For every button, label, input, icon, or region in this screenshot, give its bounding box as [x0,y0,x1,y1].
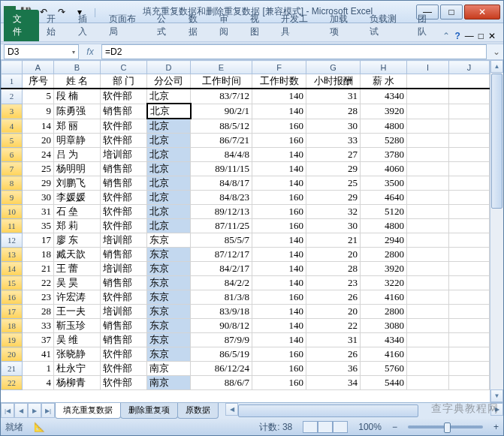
cell[interactable]: 部 门 [101,74,147,89]
cell[interactable]: 北京 [147,219,191,233]
cell[interactable]: 北京 [147,89,191,104]
sheet-tab[interactable]: 原数据 [177,403,219,419]
tab-insert[interactable]: 插入 [72,10,101,41]
cell[interactable]: 销售部 [101,333,147,347]
cell[interactable]: 9 [23,104,54,119]
zoom-level[interactable]: 100% [358,422,382,432]
cell[interactable]: 32 [306,205,361,219]
file-tab[interactable]: 文件 [4,10,39,41]
cell[interactable]: 北京 [147,162,191,176]
sheet-nav-first-icon[interactable]: |◀ [1,403,14,418]
tab-view[interactable]: 视图 [244,10,273,41]
sheet-nav-last-icon[interactable]: ▶| [41,403,55,418]
cell[interactable]: 85/5/7 [191,233,252,248]
row-header[interactable]: 3 [2,104,23,119]
tab-review[interactable]: 审阅 [213,10,243,41]
row-header[interactable]: 20 [2,347,23,362]
expand-formula-icon[interactable]: ⌄ [490,47,503,57]
cell[interactable]: 21 [306,233,361,248]
cell[interactable]: 140 [252,162,306,176]
cell[interactable]: 北京 [147,134,191,148]
cell[interactable]: 160 [252,191,306,205]
cell[interactable] [449,319,490,333]
cell[interactable]: 培训部 [101,262,147,276]
cell[interactable] [407,233,449,248]
row-header[interactable]: 18 [2,319,23,333]
tab-team[interactable]: 团队 [412,10,441,41]
cell[interactable]: 30 [306,219,361,233]
tab-formulas[interactable]: 公式 [151,10,180,41]
cell[interactable]: 5440 [361,376,407,390]
cell[interactable] [407,219,449,233]
cell[interactable]: 北京 [147,176,191,191]
cell[interactable]: 83/9/18 [191,305,252,319]
cell[interactable]: 5280 [361,134,407,148]
cell[interactable]: 88/6/7 [191,376,252,390]
cell[interactable]: 4340 [361,89,407,104]
cell[interactable] [407,262,449,276]
cell[interactable]: 20 [306,305,361,319]
cell[interactable]: 140 [252,262,306,276]
cell[interactable]: 姓 名 [54,74,101,89]
col-header[interactable]: I [407,61,449,74]
cell[interactable]: 3780 [361,148,407,162]
cell[interactable]: 84/4/8 [191,148,252,162]
cell[interactable]: 南京 [147,362,191,376]
cell[interactable]: 87/9/9 [191,333,252,347]
cell[interactable] [407,176,449,191]
cell[interactable]: 刘鹏飞 [54,176,101,191]
cell[interactable]: 软件部 [101,134,147,148]
cell[interactable]: 41 [23,347,54,362]
cell[interactable]: 160 [252,134,306,148]
sheet-tab-active[interactable]: 填充重复数据 [55,403,121,419]
cell[interactable] [449,89,490,104]
cell[interactable]: 南京 [147,376,191,390]
cell[interactable]: 35 [23,219,54,233]
cell[interactable]: 东京 [147,233,191,248]
col-header[interactable]: F [252,61,306,74]
cell[interactable]: 86/5/19 [191,347,252,362]
cell[interactable]: 石 垒 [54,205,101,219]
cell[interactable]: 陈勇强 [54,104,101,119]
cell[interactable]: 3500 [361,176,407,191]
cell[interactable]: 25 [23,162,54,176]
cell[interactable]: 2940 [361,233,407,248]
cell[interactable] [449,333,490,347]
cell[interactable]: 5120 [361,205,407,219]
cell[interactable]: 软件部 [101,290,147,305]
cell[interactable]: 88/5/12 [191,119,252,134]
cell[interactable]: 3220 [361,276,407,290]
select-all-corner[interactable] [2,61,23,74]
cell[interactable] [407,248,449,262]
view-normal-button[interactable] [303,421,318,433]
cell[interactable]: 160 [252,205,306,219]
row-header[interactable]: 11 [2,219,23,233]
cell[interactable] [407,347,449,362]
cell[interactable] [449,233,490,248]
cell[interactable]: 4 [23,376,54,390]
cell[interactable]: 王 蕾 [54,262,101,276]
cell[interactable]: 31 [23,205,54,219]
cell[interactable]: 84/8/17 [191,176,252,191]
cell[interactable]: 杨柳青 [54,376,101,390]
cell[interactable]: 140 [252,276,306,290]
cell[interactable]: 29 [306,162,361,176]
scroll-thumb[interactable] [491,74,502,209]
cell[interactable] [407,134,449,148]
cell[interactable]: 160 [252,219,306,233]
scroll-up-icon[interactable]: ▲ [490,60,503,73]
cell[interactable]: 18 [23,248,54,262]
sheet-nav-prev-icon[interactable]: ◀ [14,403,28,418]
cell[interactable]: 84/8/23 [191,191,252,205]
cell[interactable]: 4340 [361,333,407,347]
cell[interactable]: 90/8/12 [191,319,252,333]
macro-record-icon[interactable]: 📐 [34,422,45,432]
row-header[interactable]: 14 [2,262,23,276]
cell[interactable]: 23 [23,290,54,305]
scroll-right-icon[interactable]: ▶ [490,403,503,416]
cell[interactable] [407,276,449,290]
cell[interactable]: 王一夫 [54,305,101,319]
cell[interactable]: 4640 [361,191,407,205]
cell[interactable]: 软件部 [101,362,147,376]
cell[interactable]: 销售部 [101,248,147,262]
